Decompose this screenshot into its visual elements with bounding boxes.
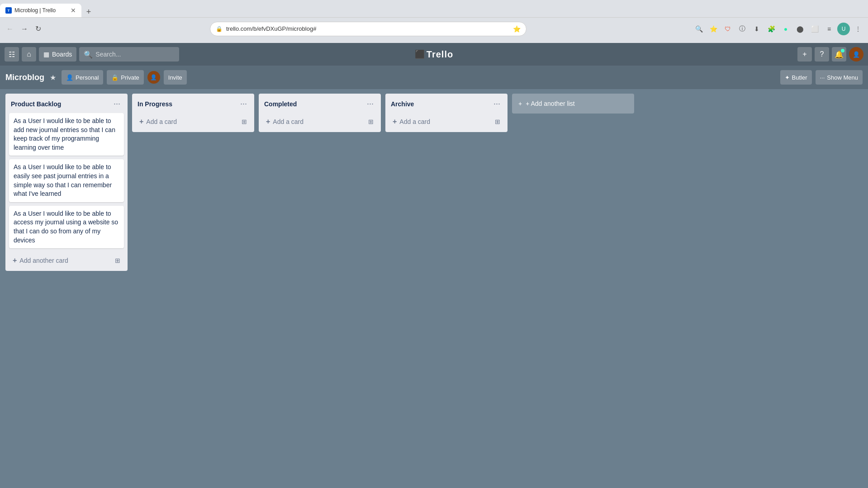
board-star-btn[interactable]: ★ xyxy=(48,71,58,84)
card-3[interactable]: As a User I would like to be able to acc… xyxy=(9,206,124,248)
board-private-btn[interactable]: 🔒 Private xyxy=(107,70,143,85)
create-btn[interactable]: + xyxy=(797,47,812,62)
list-title-archive: Archive xyxy=(391,100,492,108)
list-title-product-backlog: Product Backlog xyxy=(11,100,112,108)
list-header-completed: Completed ··· xyxy=(259,94,381,113)
address-bar[interactable]: 🔒 trello.com/b/efvDXuGP/microblog# ⭐ xyxy=(210,22,526,36)
add-card-template-icon[interactable]: ⊞ xyxy=(115,257,120,264)
butler-btn[interactable]: ✦ Butler xyxy=(780,70,812,85)
browser-tab[interactable]: T Microblog | Trello ✕ xyxy=(0,4,81,17)
private-label: Private xyxy=(121,74,139,81)
address-search-icon[interactable]: ⭐ xyxy=(513,25,521,33)
personal-icon: 👤 xyxy=(66,74,73,81)
add-card-plus-icon-ip: + xyxy=(139,118,143,126)
lastpass-icon[interactable]: ● xyxy=(779,23,792,35)
board-right-btns: ✦ Butler ··· Show Menu xyxy=(780,70,863,85)
add-card-btn-archive[interactable]: + Add a card ⊞ xyxy=(387,114,506,129)
add-another-list-btn[interactable]: + + Add another list xyxy=(512,94,634,114)
add-card-plus-icon-a: + xyxy=(393,118,397,126)
add-card-label-completed: Add a card xyxy=(273,118,304,125)
tab-title: Microblog | Trello xyxy=(14,7,68,14)
boards-label: Boards xyxy=(52,51,72,58)
add-card-template-icon-c[interactable]: ⊞ xyxy=(368,118,374,125)
add-card-btn-product-backlog[interactable]: + Add another card ⊞ xyxy=(7,253,126,268)
add-list-plus-icon: + xyxy=(518,100,522,107)
add-card-label-product-backlog: Add another card xyxy=(19,257,68,264)
add-card-template-icon-ip[interactable]: ⊞ xyxy=(242,118,247,125)
list-menu-btn-in-progress[interactable]: ··· xyxy=(238,98,249,109)
member-avatar-icon: 👤 xyxy=(150,74,157,81)
add-card-plus-icon-c: + xyxy=(266,118,270,126)
top-bar-left: ☷ ⌂ ▦ Boards 🔍 xyxy=(5,47,179,62)
list-menu-btn-product-backlog[interactable]: ··· xyxy=(112,98,122,109)
address-text: trello.com/b/efvDXuGP/microblog# xyxy=(226,25,509,32)
bookmark-icon[interactable]: ⭐ xyxy=(707,23,720,35)
board-personal-btn[interactable]: 👤 Personal xyxy=(62,70,103,85)
norton-icon[interactable]: 🛡 xyxy=(721,23,734,35)
card-2-text: As a User I would like to be able to eas… xyxy=(14,163,112,197)
add-list-label: + Add another list xyxy=(526,100,575,107)
extension-icon[interactable]: 🧩 xyxy=(765,23,778,35)
list-title-in-progress: In Progress xyxy=(138,100,238,108)
settings-icon[interactable]: ⋮ xyxy=(852,23,864,35)
invite-btn[interactable]: Invite xyxy=(164,70,187,85)
user-avatar-initials: 👤 xyxy=(853,51,860,58)
notification-dot xyxy=(841,49,844,52)
back-btn[interactable]: ← xyxy=(4,23,16,35)
boards-btn[interactable]: ▦ Boards xyxy=(39,47,76,62)
search-input[interactable] xyxy=(95,51,175,58)
user-avatar-nav[interactable]: U xyxy=(837,23,850,35)
nav-icons-right: 🔍 ⭐ 🛡 ⓘ ⬇ 🧩 ● ⬤ ⬜ ≡ U ⋮ xyxy=(693,23,864,35)
notification-btn[interactable]: 🔔 xyxy=(832,47,846,62)
download-icon[interactable]: ⬇ xyxy=(750,23,763,35)
info-btn[interactable]: ? xyxy=(815,47,829,62)
reload-btn[interactable]: ↻ xyxy=(33,23,44,35)
list-in-progress: In Progress ··· + Add a card ⊞ xyxy=(132,94,254,132)
ext3-icon[interactable]: ≡ xyxy=(823,23,835,35)
show-menu-btn[interactable]: ··· Show Menu xyxy=(816,70,863,85)
card-1[interactable]: As a User I would like to be able to add… xyxy=(9,113,124,156)
list-cards-product-backlog: As a User I would like to be able to add… xyxy=(5,113,128,252)
zoom-icon[interactable]: 🔍 xyxy=(693,23,705,35)
add-card-label-in-progress: Add a card xyxy=(146,118,177,125)
search-box[interactable]: 🔍 xyxy=(79,47,179,62)
chrome-icon[interactable]: ⬤ xyxy=(794,23,806,35)
board-header: Microblog ★ 👤 Personal 🔒 Private 👤 Invit… xyxy=(0,66,868,89)
info-icon[interactable]: ⓘ xyxy=(736,23,749,35)
show-menu-dots-icon: ··· xyxy=(820,74,825,81)
add-card-label-archive: Add a card xyxy=(399,118,430,125)
forward-btn[interactable]: → xyxy=(18,23,31,35)
add-card-btn-in-progress[interactable]: + Add a card ⊞ xyxy=(134,114,252,129)
top-bar: ☷ ⌂ ▦ Boards 🔍 ⬛ Trello + ? 🔔 👤 xyxy=(0,43,868,66)
member-avatar[interactable]: 👤 xyxy=(147,71,160,84)
list-header-in-progress: In Progress ··· xyxy=(132,94,254,113)
list-header-product-backlog: Product Backlog ··· xyxy=(5,94,128,113)
card-1-text: As a User I would like to be able to add… xyxy=(14,117,115,151)
top-bar-right: + ? 🔔 👤 xyxy=(797,47,863,62)
add-card-template-icon-a[interactable]: ⊞ xyxy=(495,118,500,125)
list-product-backlog: Product Backlog ··· As a User I would li… xyxy=(5,94,128,271)
list-title-completed: Completed xyxy=(264,100,365,108)
butler-label: Butler xyxy=(792,74,807,81)
ext2-icon[interactable]: ⬜ xyxy=(808,23,821,35)
card-3-text: As a User I would like to be able to acc… xyxy=(14,210,118,244)
board-content: Product Backlog ··· As a User I would li… xyxy=(0,89,868,488)
add-card-btn-completed[interactable]: + Add a card ⊞ xyxy=(261,114,379,129)
list-archive: Archive ··· + Add a card ⊞ xyxy=(385,94,508,132)
board-title[interactable]: Microblog xyxy=(5,73,44,82)
show-menu-label: Show Menu xyxy=(827,74,858,81)
new-tab-btn[interactable]: + xyxy=(83,6,94,17)
list-menu-btn-completed[interactable]: ··· xyxy=(365,98,375,109)
list-header-archive: Archive ··· xyxy=(385,94,508,113)
home-btn[interactable]: ⌂ xyxy=(22,47,36,62)
user-avatar[interactable]: 👤 xyxy=(849,47,863,62)
trello-logo-text: Trello xyxy=(427,49,453,60)
search-icon: 🔍 xyxy=(84,50,93,59)
tab-close-btn[interactable]: ✕ xyxy=(71,7,76,14)
list-completed: Completed ··· + Add a card ⊞ xyxy=(259,94,381,132)
invite-label: Invite xyxy=(168,74,182,81)
grid-menu-btn[interactable]: ☷ xyxy=(5,47,19,62)
list-menu-btn-archive[interactable]: ··· xyxy=(492,98,502,109)
card-2[interactable]: As a User I would like to be able to eas… xyxy=(9,159,124,202)
butler-icon: ✦ xyxy=(785,74,790,81)
